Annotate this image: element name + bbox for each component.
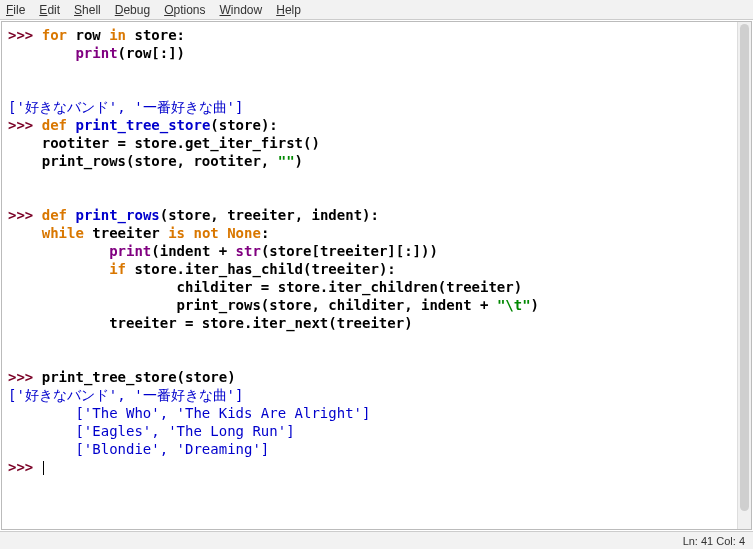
status-bar: Ln: 41 Col: 4: [0, 531, 753, 549]
menu-edit[interactable]: Edit: [39, 3, 60, 17]
const-none: None: [227, 225, 261, 241]
vertical-scrollbar[interactable]: [737, 22, 751, 529]
output-line: ['Eagles', 'The Long Run']: [8, 423, 295, 439]
output-line: ['The Who', 'The Kids Are Alright']: [8, 405, 370, 421]
string-literal: "\t": [497, 297, 531, 313]
keyword-isnot: is not: [168, 225, 219, 241]
menu-window[interactable]: Window: [220, 3, 263, 17]
prompt: >>>: [8, 207, 33, 223]
menu-file[interactable]: File: [6, 3, 25, 17]
shell-editor[interactable]: >>> for row in store: print(row[:]) ['好き…: [2, 22, 737, 529]
output-line: ['好きなバンド', '一番好きな曲']: [8, 387, 243, 403]
output-line: ['Blondie', 'Dreaming']: [8, 441, 269, 457]
builtin-print: print: [109, 243, 151, 259]
editor-frame: >>> for row in store: print(row[:]) ['好き…: [1, 21, 752, 530]
keyword-if: if: [109, 261, 126, 277]
menu-debug[interactable]: Debug: [115, 3, 150, 17]
func-name: print_rows: [75, 207, 159, 223]
keyword-in: in: [109, 27, 126, 43]
prompt: >>>: [8, 27, 33, 43]
menu-options[interactable]: Options: [164, 3, 205, 17]
text-cursor: [43, 461, 44, 475]
prompt: >>>: [8, 459, 33, 475]
menu-help[interactable]: Help: [276, 3, 301, 17]
keyword-def: def: [42, 117, 67, 133]
keyword-for: for: [42, 27, 67, 43]
prompt: >>>: [8, 369, 33, 385]
cursor-position: Ln: 41 Col: 4: [683, 535, 745, 547]
prompt: >>>: [8, 117, 33, 133]
keyword-def: def: [42, 207, 67, 223]
builtin-str: str: [236, 243, 261, 259]
menu-bar: File Edit Shell Debug Options Window Hel…: [0, 0, 753, 20]
output-line: ['好きなバンド', '一番好きな曲']: [8, 99, 243, 115]
func-name: print_tree_store: [75, 117, 210, 133]
string-literal: "": [278, 153, 295, 169]
builtin-print: print: [75, 45, 117, 61]
keyword-while: while: [42, 225, 84, 241]
scrollbar-thumb[interactable]: [740, 24, 749, 511]
menu-shell[interactable]: Shell: [74, 3, 101, 17]
